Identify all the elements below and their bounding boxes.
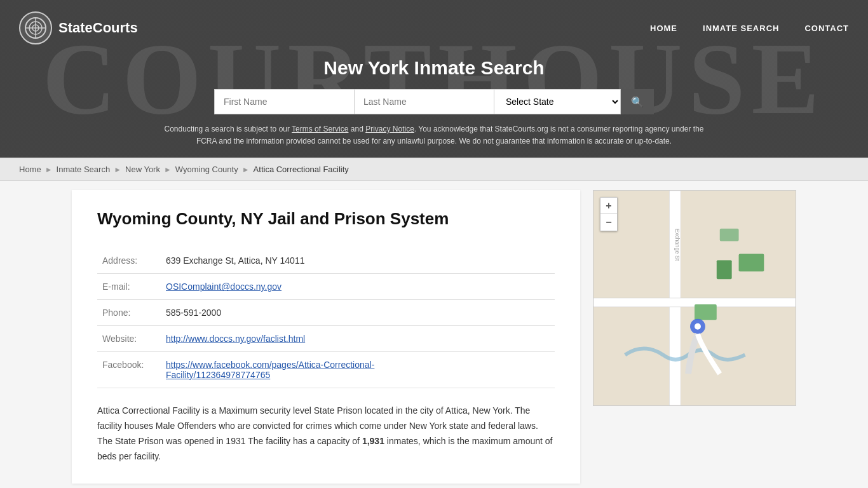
svg-rect-12 <box>695 304 717 320</box>
map-zoom-in[interactable]: + <box>600 198 617 214</box>
logo-area[interactable]: StateCourts <box>19 11 138 44</box>
map-zoom-out[interactable]: − <box>600 214 617 231</box>
content-row: Wyoming County, NY Jail and Prison Syste… <box>59 190 809 488</box>
email-link[interactable]: OSIComplaint@doccs.ny.gov <box>166 281 281 292</box>
facility-card: Wyoming County, NY Jail and Prison Syste… <box>72 190 580 483</box>
phone-label: Phone: <box>97 300 161 326</box>
address-label: Address: <box>97 248 161 274</box>
facebook-value: https://www.facebook.com/pages/Attica-Co… <box>161 352 555 388</box>
svg-point-14 <box>695 323 701 330</box>
website-link[interactable]: http://www.doccs.ny.gov/faclist.html <box>166 334 305 344</box>
phone-value: 585-591-2000 <box>161 300 555 326</box>
breadcrumb: Home ► Inmate Search ► New York ► Wyomin… <box>0 158 868 181</box>
facebook-label: Facebook: <box>97 352 161 388</box>
search-button[interactable]: 🔍 <box>621 89 654 114</box>
search-icon: 🔍 <box>631 97 644 107</box>
svg-rect-11 <box>717 261 732 280</box>
nav-contact[interactable]: CONTACT <box>804 24 849 33</box>
page-wrapper: Wyoming County, NY Jail and Prison Syste… <box>0 181 868 488</box>
state-select[interactable]: Select State Alabama Alaska Arizona Arka… <box>494 89 621 114</box>
last-name-input[interactable] <box>354 89 494 114</box>
first-name-input[interactable] <box>214 89 354 114</box>
svg-text:Exchange St: Exchange St <box>674 229 681 261</box>
breadcrumb-sep-4: ► <box>242 165 250 174</box>
nav-links: HOME INMATE SEARCH CONTACT <box>650 24 849 33</box>
facebook-row: Facebook: https://www.facebook.com/pages… <box>97 352 555 388</box>
header-content: New York Inmate Search Select State Alab… <box>0 51 868 158</box>
facility-description: Attica Correctional Facility is a Maximu… <box>97 403 555 464</box>
nav-inmate-search[interactable]: INMATE SEARCH <box>703 24 779 33</box>
map-svg: Exchange St <box>593 191 796 405</box>
breadcrumb-wyoming-county[interactable]: Wyoming County <box>175 165 238 174</box>
disclaimer-text: Conducting a search is subject to our Te… <box>148 123 720 158</box>
email-value: OSIComplaint@doccs.ny.gov <box>161 274 555 300</box>
terms-link[interactable]: Terms of Service <box>292 125 348 133</box>
breadcrumb-home[interactable]: Home <box>19 165 41 174</box>
capacity-value: 1,931 <box>362 436 384 446</box>
facebook-link[interactable]: https://www.facebook.com/pages/Attica-Co… <box>166 360 374 380</box>
breadcrumb-sep-2: ► <box>114 165 121 174</box>
svg-rect-9 <box>720 229 739 241</box>
svg-rect-10 <box>739 254 764 272</box>
facility-info-table: Address: 639 Exchange St, Attica, NY 140… <box>97 248 555 388</box>
search-bar: Select State Alabama Alaska Arizona Arka… <box>13 89 855 114</box>
breadcrumb-new-york[interactable]: New York <box>125 165 160 174</box>
nav-home[interactable]: HOME <box>650 24 677 33</box>
website-value: http://www.doccs.ny.gov/faclist.html <box>161 326 555 352</box>
facility-title: Wyoming County, NY Jail and Prison Syste… <box>97 209 555 229</box>
address-value: 639 Exchange St, Attica, NY 14011 <box>161 248 555 274</box>
page-title: New York Inmate Search <box>13 57 855 79</box>
email-row: E-mail: OSIComplaint@doccs.ny.gov <box>97 274 555 300</box>
email-label: E-mail: <box>97 274 161 300</box>
phone-row: Phone: 585-591-2000 <box>97 300 555 326</box>
top-nav: StateCourts HOME INMATE SEARCH CONTACT <box>0 0 868 51</box>
breadcrumb-sep-3: ► <box>164 165 172 174</box>
address-row: Address: 639 Exchange St, Attica, NY 140… <box>97 248 555 274</box>
header: COURTHOUSE StateCourts HOME INMATE SEARC… <box>0 0 868 158</box>
map-controls: + − <box>600 197 618 231</box>
map-panel: Exchange St + <box>593 190 796 406</box>
logo-icon <box>19 11 52 44</box>
breadcrumb-inmate-search[interactable]: Inmate Search <box>57 165 111 174</box>
map-container: Exchange St + <box>593 190 796 406</box>
logo-text: StateCourts <box>58 20 138 36</box>
privacy-link[interactable]: Privacy Notice <box>365 125 414 133</box>
website-label: Website: <box>97 326 161 352</box>
svg-rect-7 <box>593 298 796 307</box>
website-row: Website: http://www.doccs.ny.gov/faclist… <box>97 326 555 352</box>
breadcrumb-sep-1: ► <box>45 165 53 174</box>
breadcrumb-current: Attica Correctional Facility <box>254 165 349 174</box>
